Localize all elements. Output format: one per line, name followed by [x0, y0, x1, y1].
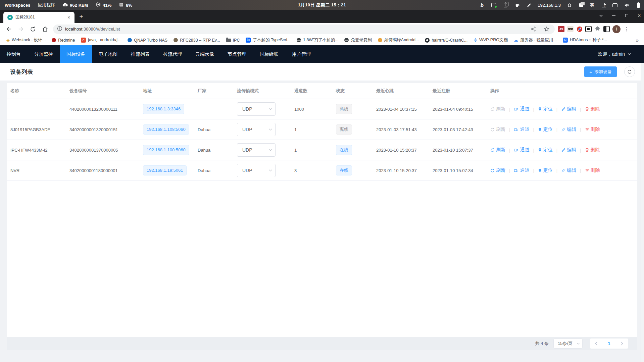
window-close-button[interactable]: ×	[637, 13, 642, 18]
blocker-extension-icon[interactable]	[576, 26, 583, 32]
action-locate[interactable]: 定位	[538, 126, 553, 133]
reader-extension-icon[interactable]	[603, 26, 610, 32]
bookmark-item[interactable]: hairrrrr/C-CrashC...	[422, 36, 470, 44]
action-channel[interactable]: 通道	[514, 167, 529, 173]
bookmark-item[interactable]: Cjava、android可...	[78, 36, 125, 44]
nav-item-国标设备[interactable]: 国标设备	[60, 45, 92, 63]
bookmark-favicon-icon	[425, 38, 430, 43]
home-tray-icon[interactable]	[566, 2, 573, 8]
browser-menu-icon[interactable]: ⋮	[623, 26, 630, 32]
new-tab-button[interactable]: +	[77, 12, 86, 21]
current-page-number[interactable]: 1	[602, 341, 616, 346]
bookmark-item[interactable]: 知了不起的 TypeScri...	[243, 36, 294, 44]
action-edit[interactable]: 编辑	[561, 167, 576, 173]
bookmark-star-icon[interactable]	[542, 24, 551, 34]
stream-mode-select[interactable]: UDP	[237, 123, 276, 136]
display-settings-icon[interactable]	[612, 2, 618, 8]
nav-item-用户管理[interactable]: 用户管理	[285, 45, 317, 63]
share-icon[interactable]	[529, 24, 538, 34]
bookmark-item[interactable]: 1.8W字|了不起的...	[294, 36, 341, 44]
action-channel[interactable]: 通道	[514, 106, 529, 112]
workspace-switcher-icon[interactable]	[578, 2, 584, 8]
address-bar[interactable]: localhost:38080/#/deviceList	[53, 24, 555, 34]
tab-close-icon[interactable]: ×	[66, 14, 72, 20]
nav-item-分屏监控[interactable]: 分屏监控	[28, 45, 60, 63]
applications-menu[interactable]: 应用程序	[38, 2, 55, 8]
phone-connect-icon[interactable]	[600, 2, 606, 8]
forward-button[interactable]	[16, 24, 26, 34]
battery-icon[interactable]	[635, 2, 641, 8]
bookmark-item[interactable]: IPC	[223, 36, 243, 44]
cpu-indicator[interactable]: 41%	[96, 2, 111, 8]
add-device-button[interactable]: + 添加设备	[584, 66, 617, 77]
back-button[interactable]	[4, 24, 13, 34]
action-delete[interactable]: 删除	[585, 167, 600, 173]
stream-mode-select[interactable]: UDP	[237, 102, 276, 116]
action-delete[interactable]: 删除	[585, 106, 600, 112]
scrollbar-track[interactable]	[641, 63, 644, 362]
action-edit[interactable]: 编辑	[561, 106, 576, 112]
action-refresh[interactable]: 刷新	[490, 167, 505, 173]
browser-tab[interactable]: ❖ 国标28181 ×	[3, 12, 75, 23]
refresh-list-button[interactable]	[624, 66, 635, 77]
stream-mode-select[interactable]: UDP	[237, 164, 276, 177]
ip-address-indicator[interactable]: 192.168.1.3	[538, 3, 561, 8]
page-size-select[interactable]: 15条/页	[553, 339, 583, 349]
nav-item-电子地图[interactable]: 电子地图	[92, 45, 124, 63]
bookmark-item[interactable]: ✣WVP-PRO文档	[470, 36, 511, 44]
nav-item-云端录像[interactable]: 云端录像	[189, 45, 221, 63]
screenshot-tray-icon[interactable]	[491, 2, 497, 8]
input-language-indicator[interactable]: 英	[590, 2, 594, 8]
user-menu[interactable]: 欢迎，admin	[598, 51, 631, 57]
bookmark-item[interactable]: Redmine	[49, 36, 78, 44]
color-picker-tray-icon[interactable]	[526, 2, 532, 8]
bookmark-item[interactable]: RFC2833 – RTP Ev...	[170, 36, 223, 44]
bookmark-item[interactable]: 如何编译Android...	[375, 36, 422, 44]
home-button[interactable]	[40, 24, 50, 34]
action-locate[interactable]: 定位	[538, 167, 553, 173]
bookmark-item[interactable]: ☁服务器 - 轻量应用...	[511, 36, 560, 44]
network-speed-indicator[interactable]: 962 KB/s	[62, 2, 88, 8]
coffee-tray-icon[interactable]	[514, 2, 520, 8]
bookmark-item[interactable]: 免登录复制	[341, 36, 375, 44]
action-edit[interactable]: 编辑	[561, 126, 576, 133]
window-restore-button[interactable]	[624, 13, 629, 18]
refresh-icon	[490, 107, 495, 111]
bookmarks-overflow-chevron[interactable]: »	[636, 37, 641, 43]
profile-avatar[interactable]: I	[612, 25, 621, 33]
action-refresh[interactable]: 刷新	[490, 147, 505, 153]
workspaces-button[interactable]: Workspaces	[5, 3, 30, 8]
clipboard-tray-icon[interactable]	[502, 2, 508, 8]
action-locate[interactable]: 定位	[538, 147, 553, 153]
prev-page-button[interactable]	[590, 339, 602, 349]
nav-item-节点管理[interactable]: 节点管理	[221, 45, 253, 63]
next-page-button[interactable]	[616, 339, 628, 349]
window-minimize-button[interactable]	[611, 13, 616, 18]
volume-icon[interactable]	[624, 2, 630, 8]
nav-item-推流列表[interactable]: 推流列表	[124, 45, 156, 63]
action-edit[interactable]: 编辑	[561, 147, 576, 153]
nav-item-控制台[interactable]: 控制台	[0, 45, 28, 63]
tab-search-chevron-icon[interactable]	[598, 13, 604, 18]
url-text[interactable]: localhost:38080/#/deviceList	[65, 27, 527, 32]
nav-item-拉流代理[interactable]: 拉流代理	[156, 45, 189, 63]
action-channel[interactable]: 通道	[514, 147, 529, 153]
mask-extension-icon[interactable]	[567, 26, 574, 32]
action-delete[interactable]: 删除	[585, 126, 600, 133]
action-delete[interactable]: 删除	[585, 147, 600, 153]
clock[interactable]: 1月10日 星期二 15：21	[298, 2, 346, 8]
memory-indicator[interactable]: 8%	[119, 2, 132, 8]
reload-button[interactable]	[28, 24, 38, 34]
action-channel[interactable]: 通道	[514, 126, 529, 133]
js-extension-icon[interactable]: JS	[558, 26, 564, 32]
bookmark-item[interactable]: QNAP Turbo NAS	[125, 36, 170, 44]
qr-extension-icon[interactable]	[585, 26, 592, 32]
site-info-icon[interactable]	[57, 26, 62, 33]
bing-tray-icon[interactable]: b	[479, 2, 485, 8]
bookmark-item[interactable]: NHDAtmos :: 种子 *...	[560, 36, 610, 44]
action-locate[interactable]: 定位	[538, 106, 553, 112]
stream-mode-select[interactable]: UDP	[237, 143, 276, 157]
bookmark-item[interactable]: ◈Webstack - 设计...	[3, 36, 49, 44]
extensions-puzzle-icon[interactable]	[594, 26, 601, 32]
nav-item-国标级联[interactable]: 国标级联	[253, 45, 285, 63]
